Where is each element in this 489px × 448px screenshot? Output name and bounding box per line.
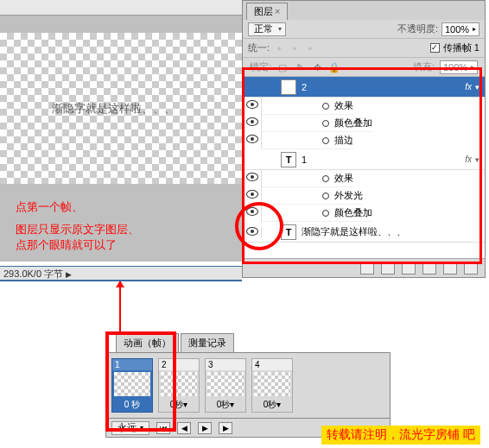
next-frame-button[interactable]: ▶ [219, 422, 232, 434]
frame-2[interactable]: 2 0秒▾ [158, 358, 200, 413]
annotation-2: 图层只显示原文字图层、 [16, 222, 242, 237]
frame-thumb [161, 372, 197, 396]
watermark: 转载请注明，流光字房铺 吧 [321, 426, 480, 445]
layers-panel: 图层× 正常▾ 不透明度: 100%▸ 统一: ◦ ◦ ◦ ✓ 传播帧 1 锁定… [242, 0, 486, 278]
visibility-toggle[interactable] [243, 187, 262, 205]
layer-row[interactable]: T 2 fx▾ [243, 77, 485, 98]
canvas-text: 渐隐字就是这样啦、、、 [52, 101, 175, 117]
layer-row[interactable]: T 1 fx▾ [243, 149, 485, 170]
layers-footer [243, 258, 485, 277]
layers-list: T 2 fx▾ 效果 颜色叠加 描边 T 1 fx▾ 效果 外发光 颜色叠加 T… [243, 77, 485, 258]
unify-position-icon[interactable]: ◦ [273, 42, 285, 54]
annotation-3: 点那个眼睛就可以了 [16, 237, 242, 253]
propagate-label: 传播帧 1 [443, 41, 479, 54]
lock-transparency-icon[interactable]: ▢ [276, 61, 289, 73]
annotation-arrow [119, 281, 121, 335]
frame-1[interactable]: 1 0 秒 [111, 358, 153, 413]
tab-measurement[interactable]: 测量记录 [181, 333, 234, 352]
loop-dropdown[interactable]: 永远 ▾ [111, 421, 149, 435]
ruler-horizontal [0, 0, 242, 16]
lock-position-icon[interactable]: ✥ [311, 61, 323, 73]
lock-all-icon[interactable]: 🔒 [328, 61, 340, 73]
layer-mask-button[interactable] [402, 262, 416, 274]
tab-layers[interactable]: 图层× [246, 3, 288, 20]
play-button[interactable]: ▶ [198, 422, 212, 434]
canvas[interactable]: 渐隐字就是这样啦、、、 [0, 33, 242, 184]
visibility-toggle[interactable] [243, 115, 262, 132]
lock-label: 锁定: [250, 60, 271, 73]
visibility-toggle[interactable] [243, 205, 262, 222]
annotation-1: 点第一个帧、 [16, 199, 242, 215]
unify-style-icon[interactable]: ◦ [304, 42, 316, 54]
delete-layer-button[interactable] [464, 262, 478, 274]
type-thumb-icon: T [281, 224, 296, 240]
layer-row[interactable]: T 渐隐字就是这样啦、、、 [243, 222, 485, 243]
type-thumb-icon: T [281, 152, 296, 167]
fill-label: 填充: [413, 60, 435, 73]
fx-badge: fx [465, 82, 472, 91]
new-group-button[interactable] [422, 262, 436, 274]
propagate-checkbox[interactable]: ✓ [430, 43, 440, 53]
frame-thumb [114, 372, 150, 396]
eye-icon [246, 227, 258, 236]
frame-thumb [207, 372, 244, 396]
visibility-toggle[interactable] [243, 98, 262, 115]
tab-animation[interactable]: 动画（帧） [116, 333, 179, 352]
animation-panel: 动画（帧） 测量记录 1 0 秒 2 0秒▾ 3 0秒▾ 4 0秒▾ 永远 ▾ … [105, 333, 391, 438]
visibility-toggle[interactable] [243, 132, 262, 149]
unify-visibility-icon[interactable]: ◦ [289, 42, 301, 54]
type-thumb-icon: T [281, 79, 296, 95]
first-frame-button[interactable]: ⏮ [156, 422, 170, 434]
opacity-input[interactable]: 100%▸ [441, 22, 479, 36]
lock-pixels-icon[interactable]: ✎ [294, 61, 306, 73]
new-layer-button[interactable] [443, 262, 457, 274]
frame-thumb [254, 372, 290, 396]
fill-input[interactable]: 100%▸ [440, 60, 478, 74]
fx-badge: fx [465, 155, 472, 164]
unify-label: 统一: [248, 41, 270, 54]
frame-3[interactable]: 3 0秒▾ [205, 358, 246, 413]
link-layers-button[interactable] [360, 262, 374, 274]
visibility-toggle[interactable] [243, 227, 262, 237]
visibility-toggle[interactable] [243, 170, 262, 187]
layer-style-button[interactable] [381, 262, 395, 274]
frame-4[interactable]: 4 0秒▾ [251, 358, 293, 413]
prev-frame-button[interactable]: ◀ [177, 422, 191, 434]
opacity-label: 不透明度: [397, 22, 438, 35]
blend-mode-dropdown[interactable]: 正常▾ [248, 22, 286, 36]
